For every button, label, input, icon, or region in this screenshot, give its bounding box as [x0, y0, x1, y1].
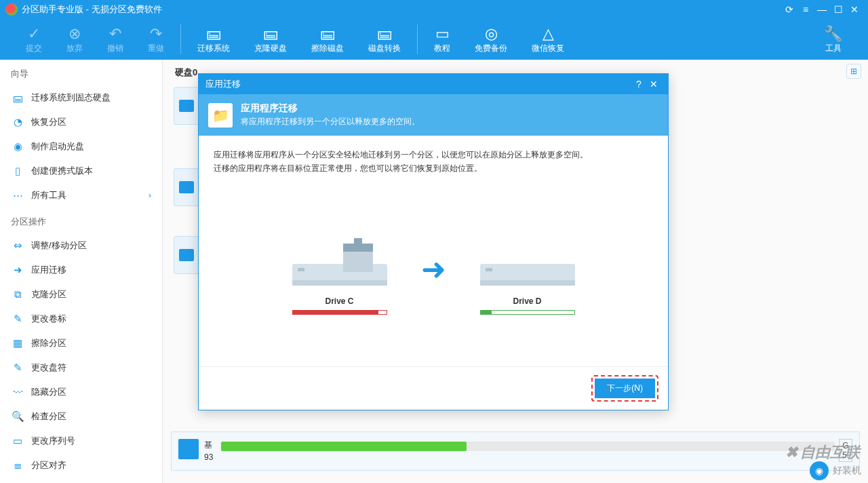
- partition-row[interactable]: 基 93 G 5.: [171, 431, 860, 471]
- wipe-disk-button[interactable]: 🖴擦除磁盘: [299, 22, 356, 57]
- sidebar-item-resize[interactable]: ⇔调整/移动分区: [0, 233, 162, 258]
- minimize-icon[interactable]: —: [814, 1, 830, 18]
- migrate-icon: ➜: [11, 263, 24, 277]
- svg-rect-4: [343, 244, 373, 252]
- sidebar: 向导 🖴迁移系统到固态硬盘 ◔恢复分区 ◉制作启动光盘 ▯创建便携式版本 ⋯所有…: [0, 60, 163, 483]
- migrate-os-button[interactable]: 🖴迁移系统: [185, 22, 242, 57]
- drive-d-label: Drive D: [513, 296, 541, 306]
- undo-button[interactable]: ↶撤销: [95, 22, 136, 57]
- watermark-logo-icon: ◉: [810, 461, 829, 480]
- banner-subtitle: 将应用程序迁移到另一个分区以释放更多的空间。: [241, 116, 420, 128]
- drive-c-icon: [285, 223, 394, 291]
- drive-d-usage-bar: [480, 310, 575, 315]
- tutorial-button[interactable]: ▭教程: [422, 22, 462, 57]
- resize-icon: ⇔: [11, 239, 24, 252]
- drive-c-usage-bar: [292, 310, 387, 315]
- partition-icon: [178, 439, 199, 459]
- recover-icon: ◔: [11, 115, 24, 129]
- book-icon: ▭: [435, 25, 450, 43]
- dialog-close-icon[interactable]: ✕: [646, 77, 661, 92]
- dialog-title: 应用迁移: [205, 78, 241, 90]
- abort-button[interactable]: ⊗放弃: [54, 22, 95, 57]
- backup-icon: ◎: [485, 25, 498, 43]
- sidebar-item-app-migrate[interactable]: ➜应用迁移: [0, 258, 162, 282]
- close-icon[interactable]: ✕: [846, 1, 863, 18]
- folder-arrow-icon: 📁: [208, 103, 233, 128]
- cancel-icon: ⊗: [68, 25, 81, 43]
- titlebar: 分区助手专业版 - 无损分区免费软件 ⟳ ≡ — ☐ ✕: [0, 0, 868, 19]
- app-logo-icon: [5, 3, 18, 16]
- ssd-icon: 🖴: [11, 91, 24, 104]
- letter-icon: ✎: [11, 361, 24, 374]
- sidebar-item-change-serial[interactable]: ▭更改序列号: [0, 429, 162, 453]
- tools-button[interactable]: 🔧工具: [812, 22, 854, 57]
- sidebar-item-migrate-ssd[interactable]: 🖴迁移系统到固态硬盘: [0, 85, 162, 110]
- dialog-banner: 📁 应用程序迁移 将应用程序迁移到另一个分区以释放更多的空间。: [199, 94, 668, 136]
- app-migrate-dialog: 应用迁移 ? ✕ 📁 应用程序迁移 将应用程序迁移到另一个分区以释放更多的空间。…: [198, 73, 669, 410]
- usb-icon: ▯: [11, 164, 24, 178]
- view-toggle-button[interactable]: ⊞: [846, 64, 861, 79]
- redo-button[interactable]: ↷重做: [136, 22, 176, 57]
- desc-line-1: 应用迁移将应用程序从一个分区安全轻松地迁移到另一个分区，以便您可以在原始分区上释…: [214, 148, 653, 161]
- svg-rect-6: [480, 264, 575, 283]
- menu-icon[interactable]: ≡: [797, 1, 814, 18]
- partition-name: 基: [204, 439, 213, 451]
- sidebar-item-change-label[interactable]: ✎更改卷标: [0, 307, 162, 331]
- sidebar-item-align[interactable]: ≣分区对齐: [0, 453, 162, 478]
- backup-button[interactable]: ◎免费备份: [462, 22, 519, 57]
- undo-icon: ↶: [109, 25, 121, 43]
- eraser-icon: ▦: [11, 336, 24, 350]
- more-icon: ⋯: [11, 189, 24, 202]
- sidebar-item-portable[interactable]: ▯创建便携式版本: [0, 159, 162, 183]
- sidebar-item-properties[interactable]: ⓘ属性: [0, 478, 162, 483]
- divider: [417, 24, 418, 54]
- sidebar-item-clone-partition[interactable]: ⧉克隆分区: [0, 282, 162, 307]
- wizard-section-title: 向导: [0, 60, 162, 85]
- source-drive: Drive C: [285, 223, 394, 315]
- svg-rect-8: [486, 268, 492, 271]
- sidebar-item-all-tools[interactable]: ⋯所有工具›: [0, 183, 162, 208]
- drive-arrow-icon: 🖴: [206, 25, 221, 43]
- banner-title: 应用程序迁移: [241, 102, 420, 115]
- label-icon: ✎: [11, 312, 24, 326]
- sidebar-item-recover-partition[interactable]: ◔恢复分区: [0, 110, 162, 134]
- wechat-icon: △: [542, 25, 554, 43]
- sidebar-item-wipe-partition[interactable]: ▦擦除分区: [0, 331, 162, 355]
- sidebar-item-check-partition[interactable]: 🔍检查分区: [0, 404, 162, 429]
- convert-disk-button[interactable]: 🖴磁盘转换: [356, 22, 413, 57]
- help-icon[interactable]: ?: [631, 77, 646, 92]
- app-title: 分区助手专业版 - 无损分区免费软件: [22, 3, 781, 16]
- check-icon: ✓: [28, 25, 40, 43]
- drive-c-label: Drive C: [325, 296, 353, 306]
- next-button[interactable]: 下一步(N): [595, 379, 655, 398]
- dialog-header: 应用迁移 ? ✕: [199, 74, 668, 94]
- hide-icon: 〰: [11, 385, 24, 399]
- desc-line-2: 迁移的应用程序将在目标位置正常使用，您也可以将它们恢复到原始位置。: [214, 161, 653, 175]
- clone-disk-button[interactable]: 🖴克隆硬盘: [242, 22, 299, 57]
- sidebar-item-hide-partition[interactable]: 〰隐藏分区: [0, 380, 162, 404]
- refresh-icon[interactable]: ⟳: [781, 1, 797, 18]
- maximize-icon[interactable]: ☐: [830, 1, 846, 18]
- svg-rect-5: [354, 238, 362, 244]
- clone-icon: 🖴: [263, 25, 278, 43]
- convert-icon: 🖴: [377, 25, 392, 43]
- clone-part-icon: ⧉: [11, 288, 24, 301]
- wechat-recover-button[interactable]: △微信恢复: [519, 22, 576, 57]
- sidebar-item-boot-disc[interactable]: ◉制作启动光盘: [0, 134, 162, 159]
- watermark-text: ✖ 自由互联: [785, 442, 860, 463]
- arrow-right-icon: ➜: [421, 252, 446, 286]
- svg-rect-1: [292, 280, 387, 286]
- divider: [180, 24, 181, 54]
- usage-bar: [221, 442, 835, 451]
- search-icon: 🔍: [11, 410, 24, 423]
- svg-rect-7: [480, 280, 575, 286]
- watermark2: ◉好装机: [810, 461, 861, 480]
- chevron-right-icon: ›: [149, 191, 151, 200]
- toolbar: ✓提交 ⊗放弃 ↶撤销 ↷重做 🖴迁移系统 🖴克隆硬盘 🖴擦除磁盘 🖴磁盘转换 …: [0, 19, 868, 60]
- sidebar-item-change-letter[interactable]: ✎更改盘符: [0, 355, 162, 380]
- commit-button[interactable]: ✓提交: [14, 22, 54, 57]
- serial-icon: ▭: [11, 434, 24, 448]
- ops-section-title: 分区操作: [0, 208, 162, 233]
- target-drive: Drive D: [473, 223, 582, 315]
- partition-size: 93: [204, 451, 213, 463]
